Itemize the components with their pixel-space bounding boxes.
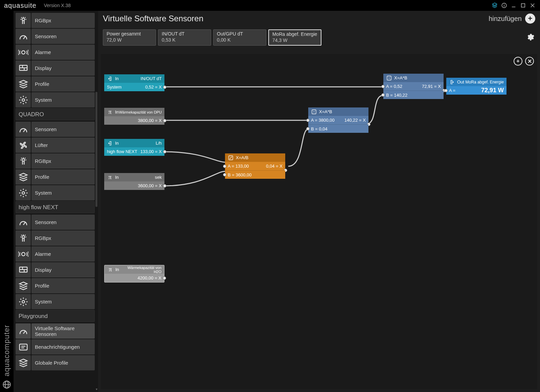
- node-label: Out: [457, 79, 464, 84]
- node-input-a: A = 133,00: [228, 164, 249, 169]
- output-port[interactable]: [163, 184, 166, 188]
- info-icon[interactable]: [499, 1, 509, 10]
- sidebar-section-playground[interactable]: Playground: [16, 310, 95, 322]
- svg-rect-4: [521, 4, 525, 7]
- sidebar-item-label: Alarme: [31, 45, 95, 60]
- canvas-close-button[interactable]: ✕: [525, 57, 534, 66]
- input-port[interactable]: [306, 119, 310, 122]
- sidebar-item-profile[interactable]: Profile: [16, 169, 95, 185]
- svg-rect-46: [19, 344, 27, 350]
- sidebar-item-sensoren[interactable]: Sensoren: [16, 215, 95, 230]
- canvas-add-button[interactable]: +: [514, 57, 522, 66]
- sidebar-item-alarme[interactable]: Alarme: [16, 246, 95, 262]
- minimize-icon[interactable]: [509, 1, 518, 10]
- input-port[interactable]: [381, 85, 385, 88]
- close-icon[interactable]: [528, 1, 537, 10]
- input-port[interactable]: [223, 173, 226, 176]
- output-port[interactable]: [163, 119, 166, 122]
- node-in-flow[interactable]: InL/h high flow NEXT133,00 = X: [104, 139, 164, 156]
- stack-icon: [16, 278, 31, 293]
- globe-icon[interactable]: [2, 380, 12, 389]
- left-brand-strip: aquacomputer: [0, 11, 14, 392]
- sidebar-item-label: Sensoren: [31, 215, 95, 230]
- sidebar-item-label: Profile: [31, 169, 95, 185]
- sensor-card-0[interactable]: Power gesammt72,0 W: [103, 29, 156, 46]
- sidebar-item-display[interactable]: Display: [16, 262, 95, 277]
- divide-icon: [228, 155, 234, 161]
- maximize-icon[interactable]: [518, 1, 528, 10]
- node-input-a: A = 3800,00: [311, 118, 335, 123]
- sidebar-item-sensoren[interactable]: Sensoren: [16, 29, 95, 44]
- scrollbar-thumb[interactable]: [95, 92, 97, 207]
- node-canvas[interactable]: + ✕ InIN/OUT dT System0,52 = X πInWärmek…: [101, 54, 537, 389]
- sidebar-item-display[interactable]: Display: [16, 60, 95, 76]
- output-port[interactable]: [163, 276, 166, 280]
- output-port[interactable]: [163, 150, 166, 153]
- node-title: X=A*B: [394, 75, 407, 80]
- sidebar-item-system[interactable]: System: [16, 185, 95, 200]
- sidebar-item-system[interactable]: System: [16, 294, 95, 309]
- sidebar-item-globale-profile[interactable]: Globale Profile: [16, 355, 95, 370]
- node-multiply-1[interactable]: X=A*B A = 3800,00140,22 = X B = 0,04: [308, 107, 368, 133]
- input-port[interactable]: [444, 89, 448, 92]
- gauge-icon: [16, 122, 31, 137]
- sidebar-item-system[interactable]: System: [16, 92, 95, 107]
- sensor-strip: Power gesammt72,0 WIN/OUT dT0,53 KOut/GP…: [98, 26, 540, 49]
- scroll-down-icon[interactable]: ▾: [95, 387, 98, 392]
- sidebar-item-alarme[interactable]: Alarme: [16, 45, 95, 60]
- sidebar-item-virtuelle-software-sensoren[interactable]: Virtuelle Software Sensoren: [16, 323, 95, 339]
- gear-icon[interactable]: [526, 33, 535, 42]
- node-label: In: [115, 109, 119, 115]
- app-name: aquasuite: [4, 2, 37, 9]
- svg-point-33: [22, 236, 25, 238]
- node-title: MoRa abgef. Energie: [466, 80, 504, 84]
- node-output[interactable]: OutMoRa abgef. Energie A =72,91 W: [446, 78, 507, 95]
- node-in-sec[interactable]: πInsek 3600,00 = X: [104, 173, 164, 190]
- sidebar-item-sensoren[interactable]: Sensoren: [16, 122, 95, 137]
- sidebar-section-high-flow-next[interactable]: high flow NEXT: [16, 201, 95, 213]
- node-label: In: [115, 267, 119, 272]
- node-divide[interactable]: X=A/B A = 133,000,04 = X B = 3600,00: [225, 153, 285, 179]
- svg-line-37: [21, 235, 22, 236]
- svg-point-54: [389, 77, 390, 78]
- sidebar-item-benachrichtigungen[interactable]: Benachrichtigungen: [16, 339, 95, 354]
- node-input-b: B = 0,04: [311, 126, 328, 131]
- svg-point-52: [314, 111, 315, 112]
- sidebar-item-label: Display: [31, 262, 95, 277]
- node-in-h2o-capacity[interactable]: πInWärmekapazität von H2O 4200,00 = X: [104, 265, 164, 283]
- output-port[interactable]: [163, 85, 166, 89]
- sidebar-section-quadro[interactable]: QUADRO: [16, 108, 95, 120]
- node-multiply-2[interactable]: X=A*B A = 0,5272,91 = X B = 140,22: [383, 74, 444, 99]
- node-in-inout-dt[interactable]: InIN/OUT dT System0,52 = X: [104, 74, 164, 91]
- input-port[interactable]: [306, 127, 310, 130]
- svg-line-45: [23, 330, 25, 334]
- sidebar-item-label: Profile: [31, 76, 95, 92]
- sidebar-item-label: RGBpx: [31, 230, 95, 246]
- node-value: 3600,00 = X: [138, 183, 162, 188]
- sensor-card-2[interactable]: Out/GPU dT0,00 K: [213, 29, 266, 46]
- sidebar-scrollbar[interactable]: ▾: [95, 11, 98, 392]
- sensor-card-1[interactable]: IN/OUT dT0,53 K: [158, 29, 211, 46]
- sidebar-item-rgbpx[interactable]: RGBpx: [16, 13, 95, 28]
- node-in-dpu-capacity[interactable]: πInWärmekapazität von DPU 3800,00 = X: [104, 108, 164, 125]
- svg-line-50: [230, 156, 232, 159]
- multiply-icon: [311, 109, 317, 115]
- input-port[interactable]: [223, 165, 226, 168]
- sensor-card-3[interactable]: MoRa abgef. Energie74,3 W: [268, 29, 321, 46]
- node-value: 133,00 = X: [140, 149, 162, 154]
- node-label: In: [115, 141, 119, 146]
- gauge-icon: [16, 29, 31, 44]
- sidebar-item-rgbpx[interactable]: RGBpx: [16, 153, 95, 169]
- input-port[interactable]: [381, 93, 385, 97]
- stack-icon: [16, 169, 31, 185]
- sidebar-item-lüfter[interactable]: Lüfter: [16, 138, 95, 153]
- gauge-icon: [16, 215, 31, 230]
- svg-point-25: [22, 158, 25, 161]
- layers-icon[interactable]: [490, 1, 499, 10]
- node-title: Wärmekapazität von H2O: [119, 266, 161, 274]
- sidebar-item-profile[interactable]: Profile: [16, 76, 95, 92]
- add-button[interactable]: +: [525, 14, 535, 24]
- gauge-icon: [16, 323, 31, 339]
- sidebar-item-rgbpx[interactable]: RGBpx: [16, 230, 95, 246]
- sidebar-item-profile[interactable]: Profile: [16, 278, 95, 293]
